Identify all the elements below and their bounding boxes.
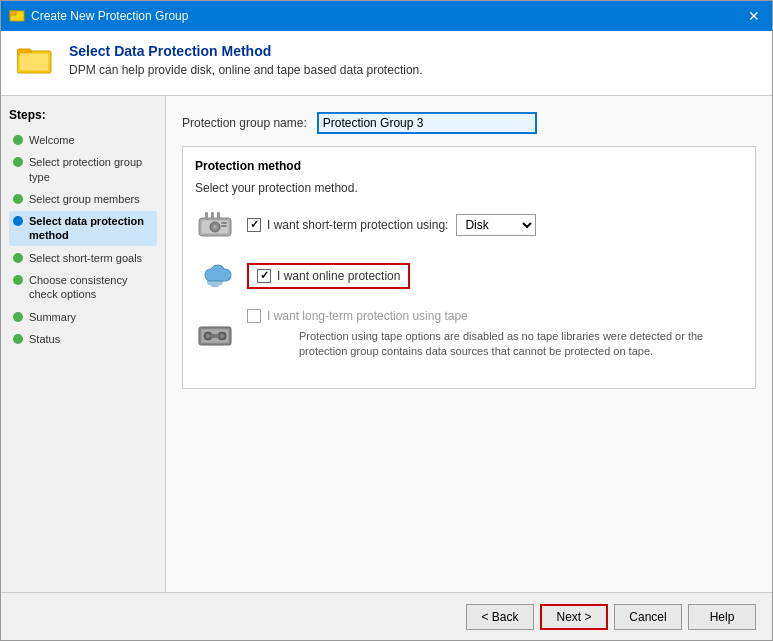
title-bar-text: Create New Protection Group (31, 9, 744, 23)
cancel-button[interactable]: Cancel (614, 604, 682, 630)
online-protection-highlight: I want online protection (247, 263, 410, 289)
back-button[interactable]: < Back (466, 604, 534, 630)
disk-type-dropdown[interactable]: Disk Tape (456, 214, 536, 236)
step-dot-members (13, 194, 23, 204)
step-dot-welcome (13, 135, 23, 145)
title-bar-icon (9, 8, 25, 24)
step-dot-status (13, 334, 23, 344)
online-option-content: I want online protection (247, 263, 743, 289)
protection-method-box: Protection method Select your protection… (182, 146, 756, 389)
protection-method-title: Protection method (195, 159, 743, 173)
content-area: Steps: Welcome Select protection group t… (1, 96, 772, 592)
disk-checkbox[interactable] (247, 218, 261, 232)
sidebar-item-shortterm[interactable]: Select short-term goals (9, 248, 157, 268)
svg-point-17 (206, 334, 210, 338)
close-button[interactable]: ✕ (744, 6, 764, 26)
online-option-row: I want online protection (195, 258, 743, 293)
step-dot-type (13, 157, 23, 167)
disk-option-label: I want short-term protection using: (267, 218, 448, 232)
step-dot-consistency (13, 275, 23, 285)
tape-checkbox[interactable] (247, 309, 261, 323)
sidebar-item-type[interactable]: Select protection group type (9, 152, 157, 187)
svg-rect-12 (211, 212, 214, 220)
svg-rect-4 (19, 53, 49, 71)
sidebar-item-status[interactable]: Status (9, 329, 157, 349)
header-title: Select Data Protection Method (69, 43, 423, 59)
tape-checkbox-container[interactable]: I want long-term protection using tape (247, 309, 468, 323)
group-name-input[interactable] (317, 112, 537, 134)
online-checkbox[interactable] (257, 269, 271, 283)
step-label-consistency: Choose consistency check options (29, 273, 153, 302)
step-label-welcome: Welcome (29, 133, 75, 147)
cloud-icon (195, 258, 235, 293)
step-label-type: Select protection group type (29, 155, 153, 184)
tape-description: Protection using tape options are disabl… (299, 329, 743, 360)
protection-method-subtitle: Select your protection method. (195, 181, 743, 195)
svg-point-19 (220, 334, 224, 338)
svg-point-8 (213, 225, 217, 229)
header-text: Select Data Protection Method DPM can he… (69, 43, 423, 77)
steps-label: Steps: (9, 108, 157, 122)
group-name-label: Protection group name: (182, 116, 307, 130)
tape-option-container: I want long-term protection using tape P… (247, 309, 743, 360)
tape-option-content: I want long-term protection using tape (247, 309, 743, 323)
main-window: Create New Protection Group ✕ Select Dat… (0, 0, 773, 641)
sidebar-item-welcome[interactable]: Welcome (9, 130, 157, 150)
step-label-summary: Summary (29, 310, 76, 324)
header-section: Select Data Protection Method DPM can he… (1, 31, 772, 96)
step-label-shortterm: Select short-term goals (29, 251, 142, 265)
sidebar-item-consistency[interactable]: Choose consistency check options (9, 270, 157, 305)
group-name-row: Protection group name: (182, 112, 756, 134)
help-button[interactable]: Help (688, 604, 756, 630)
online-checkbox-container[interactable]: I want online protection (257, 269, 400, 283)
svg-rect-1 (10, 11, 16, 15)
next-button[interactable]: Next > (540, 604, 608, 630)
svg-rect-10 (221, 225, 227, 227)
title-bar: Create New Protection Group ✕ (1, 1, 772, 31)
step-dot-summary (13, 312, 23, 322)
step-label-members: Select group members (29, 192, 140, 206)
sidebar-item-method[interactable]: Select data protection method (9, 211, 157, 246)
svg-rect-11 (205, 212, 208, 220)
step-label-method: Select data protection method (29, 214, 153, 243)
footer-bar: < Back Next > Cancel Help (1, 592, 772, 640)
sidebar-item-summary[interactable]: Summary (9, 307, 157, 327)
header-subtitle: DPM can help provide disk, online and ta… (69, 63, 423, 77)
svg-rect-13 (217, 212, 220, 220)
disk-option-content: I want short-term protection using: Disk… (247, 214, 743, 236)
steps-panel: Steps: Welcome Select protection group t… (1, 96, 166, 592)
svg-rect-9 (221, 222, 227, 224)
step-label-status: Status (29, 332, 60, 346)
svg-rect-20 (211, 334, 219, 338)
tape-option-row: I want long-term protection using tape P… (195, 309, 743, 360)
header-icon (17, 43, 57, 83)
disk-option-row: I want short-term protection using: Disk… (195, 207, 743, 242)
main-panel: Protection group name: Protection method… (166, 96, 772, 592)
step-dot-method (13, 216, 23, 226)
tape-icon (195, 317, 235, 352)
sidebar-item-members[interactable]: Select group members (9, 189, 157, 209)
step-dot-shortterm (13, 253, 23, 263)
disk-checkbox-container[interactable]: I want short-term protection using: (247, 218, 448, 232)
tape-option-label: I want long-term protection using tape (267, 309, 468, 323)
disk-icon (195, 207, 235, 242)
online-option-label: I want online protection (277, 269, 400, 283)
